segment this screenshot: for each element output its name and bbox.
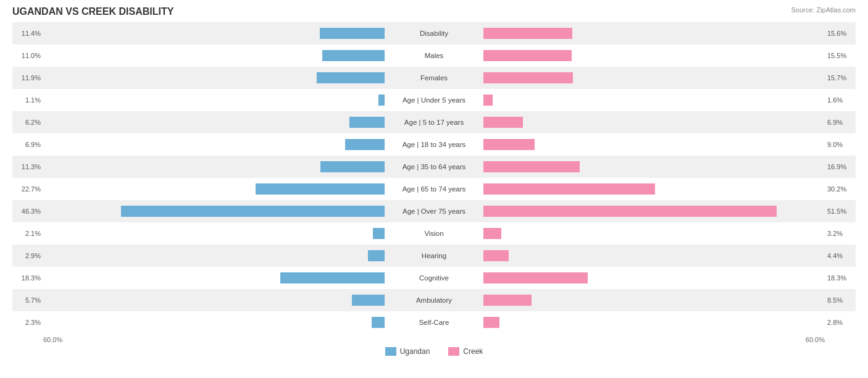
creek-bar bbox=[483, 206, 777, 217]
right-bar-area bbox=[483, 271, 825, 285]
left-bar-area bbox=[43, 27, 385, 40]
bar-section: Hearing bbox=[43, 245, 825, 267]
table-row: 11.4%Disability15.6% bbox=[12, 22, 856, 44]
x-axis: 60.0% 60.0% bbox=[12, 334, 856, 343]
creek-bar bbox=[483, 228, 501, 239]
right-value: 51.5% bbox=[825, 208, 856, 215]
ugandan-swatch bbox=[385, 347, 396, 356]
left-bar-area bbox=[43, 249, 385, 262]
chart-container: UGANDAN VS CREEK DISABILITY Source: ZipA… bbox=[0, 0, 868, 378]
row-label: Age | Under 5 years bbox=[385, 96, 483, 104]
creek-bar bbox=[483, 28, 572, 39]
row-label: Self-Care bbox=[385, 319, 483, 326]
left-value: 11.9% bbox=[12, 74, 43, 82]
creek-label: Creek bbox=[463, 347, 483, 356]
row-label: Age | 35 to 64 years bbox=[385, 163, 483, 170]
right-value: 30.2% bbox=[825, 185, 856, 193]
right-value: 15.7% bbox=[825, 74, 856, 82]
bar-section: Age | 5 to 17 years bbox=[43, 111, 825, 133]
left-bar-area bbox=[43, 138, 385, 151]
row-label: Females bbox=[385, 74, 483, 82]
ugandan-bar bbox=[368, 250, 385, 261]
left-value: 11.3% bbox=[12, 163, 43, 170]
table-row: 18.3%Cognitive18.3% bbox=[12, 267, 856, 289]
right-bar-area bbox=[483, 316, 825, 329]
right-value: 8.5% bbox=[825, 296, 856, 304]
creek-bar bbox=[483, 94, 493, 106]
left-bar-area bbox=[43, 116, 385, 129]
right-bar-area bbox=[483, 293, 825, 307]
right-value: 6.9% bbox=[825, 119, 856, 126]
ugandan-bar bbox=[352, 295, 385, 306]
right-value: 2.8% bbox=[825, 319, 856, 326]
left-bar-area bbox=[43, 316, 385, 329]
ugandan-bar bbox=[121, 206, 385, 217]
left-value: 46.3% bbox=[12, 208, 43, 215]
right-value: 15.6% bbox=[825, 30, 856, 37]
right-bar-area bbox=[483, 27, 825, 40]
ugandan-bar bbox=[372, 317, 385, 328]
creek-bar bbox=[483, 317, 499, 328]
bar-section: Age | Over 75 years bbox=[43, 200, 825, 222]
table-row: 1.1%Age | Under 5 years1.6% bbox=[12, 89, 856, 111]
left-bar-area bbox=[43, 204, 385, 218]
right-bar-area bbox=[483, 93, 825, 107]
left-bar-area bbox=[43, 293, 385, 307]
creek-bar bbox=[483, 272, 588, 284]
creek-bar bbox=[483, 117, 523, 128]
bar-section: Vision bbox=[43, 222, 825, 245]
bar-section: Age | 35 to 64 years bbox=[43, 156, 825, 178]
creek-bar bbox=[483, 183, 655, 195]
bar-section: Males bbox=[43, 44, 825, 67]
bar-section: Age | 65 to 74 years bbox=[43, 178, 825, 200]
row-label: Disability bbox=[385, 30, 483, 37]
right-bar-area bbox=[483, 49, 825, 62]
table-row: 11.9%Females15.7% bbox=[12, 67, 856, 89]
left-bar-area bbox=[43, 49, 385, 62]
ugandan-bar bbox=[345, 139, 385, 150]
left-bar-area bbox=[43, 160, 385, 174]
left-value: 11.0% bbox=[12, 52, 43, 59]
bar-section: Self-Care bbox=[43, 311, 825, 334]
table-row: 6.2%Age | 5 to 17 years6.9% bbox=[12, 111, 856, 133]
row-label: Vision bbox=[385, 230, 483, 237]
table-row: 6.9%Age | 18 to 34 years9.0% bbox=[12, 133, 856, 156]
creek-swatch bbox=[448, 347, 459, 356]
table-row: 11.0%Males15.5% bbox=[12, 44, 856, 67]
creek-bar bbox=[483, 250, 509, 261]
creek-bar bbox=[483, 72, 573, 83]
ugandan-bar bbox=[378, 94, 385, 106]
bar-section: Disability bbox=[43, 22, 825, 44]
table-row: 11.3%Age | 35 to 64 years16.9% bbox=[12, 156, 856, 178]
ugandan-bar bbox=[320, 161, 385, 172]
right-bar-area bbox=[483, 182, 825, 196]
ugandan-bar bbox=[317, 72, 385, 83]
right-value: 16.9% bbox=[825, 163, 856, 170]
row-label: Age | Over 75 years bbox=[385, 208, 483, 215]
left-bar-area bbox=[43, 271, 385, 285]
left-bar-area bbox=[43, 71, 385, 85]
left-bar-area bbox=[43, 227, 385, 240]
creek-bar bbox=[483, 295, 532, 306]
x-axis-left: 60.0% bbox=[43, 336, 62, 343]
right-value: 4.4% bbox=[825, 252, 856, 259]
table-row: 2.1%Vision3.2% bbox=[12, 222, 856, 245]
right-value: 15.5% bbox=[825, 52, 856, 59]
row-label: Age | 5 to 17 years bbox=[385, 119, 483, 126]
right-bar-area bbox=[483, 249, 825, 262]
right-bar-area bbox=[483, 116, 825, 129]
bar-section: Cognitive bbox=[43, 267, 825, 289]
left-value: 1.1% bbox=[12, 96, 43, 104]
left-value: 2.3% bbox=[12, 319, 43, 326]
legend-ugandan: Ugandan bbox=[385, 347, 430, 356]
chart-title: UGANDAN VS CREEK DISABILITY bbox=[12, 6, 856, 17]
x-axis-right: 60.0% bbox=[806, 336, 825, 343]
left-value: 18.3% bbox=[12, 274, 43, 282]
row-label: Hearing bbox=[385, 252, 483, 259]
right-bar-area bbox=[483, 227, 825, 240]
left-bar-area bbox=[43, 182, 385, 196]
right-bar-area bbox=[483, 138, 825, 151]
left-value: 5.7% bbox=[12, 296, 43, 304]
ugandan-bar bbox=[373, 228, 385, 239]
left-value: 6.2% bbox=[12, 119, 43, 126]
